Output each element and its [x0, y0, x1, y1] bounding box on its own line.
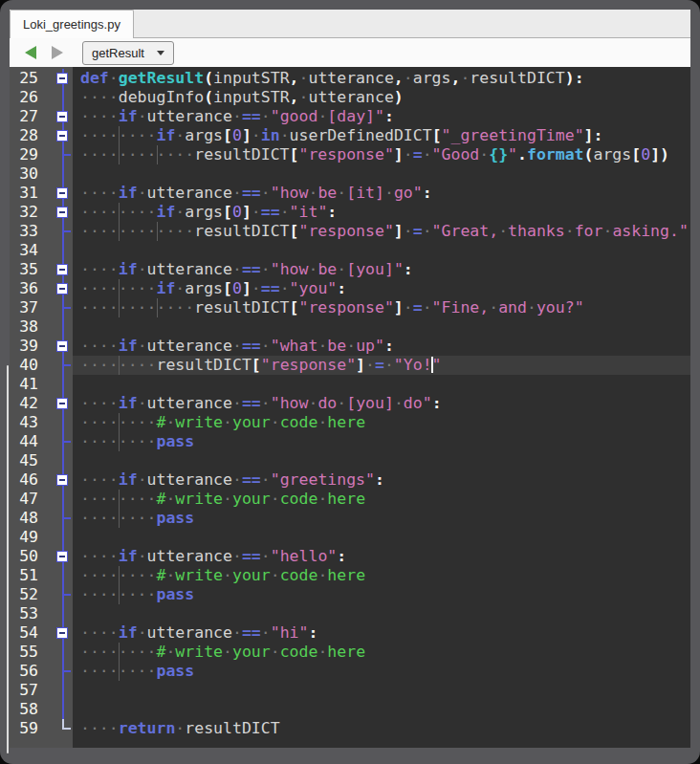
line-number: 27	[10, 107, 48, 126]
code-text[interactable]	[73, 681, 690, 700]
fold-margin	[48, 585, 73, 604]
app-window: Loki_greetings.py getResult 25def·getRes…	[0, 0, 700, 764]
fold-margin	[48, 279, 73, 298]
fold-toggle-icon[interactable]	[56, 340, 68, 352]
line-number: 34	[10, 241, 48, 260]
fold-toggle-icon[interactable]	[56, 551, 68, 562]
line-number: 51	[10, 566, 48, 585]
line-number: 35	[10, 260, 48, 279]
code-text[interactable]: ············resultDICT["response"]·=·"Gr…	[73, 222, 690, 241]
code-line: 36········if·args[0]·==·"you":	[10, 279, 690, 298]
code-text[interactable]	[73, 528, 690, 547]
code-text[interactable]: ····if·utterance·==·"hello":	[73, 547, 690, 566]
chevron-down-icon	[157, 51, 164, 55]
fold-end-marker	[62, 517, 71, 519]
code-text[interactable]: ········if·args[0]·==·"it":	[73, 203, 690, 222]
code-editor[interactable]: 25def·getResult(inputSTR,·utterance,·arg…	[10, 67, 690, 748]
code-text[interactable]: ········if·args[0]·==·"you":	[73, 279, 690, 298]
fold-margin	[48, 509, 73, 528]
code-line: 28········if·args[0]·in·userDefinedDICT[…	[10, 126, 690, 145]
fold-margin	[48, 317, 73, 337]
code-line: 54····if·utterance·==·"hi":	[10, 623, 690, 643]
code-text[interactable]: ····if·utterance·==·"greetings":	[73, 470, 690, 490]
fold-toggle-icon[interactable]	[56, 398, 68, 409]
scrollbar-thumb[interactable]	[7, 365, 9, 753]
code-line: 50····if·utterance·==·"hello":	[10, 547, 690, 566]
line-number: 29	[10, 145, 48, 164]
code-text[interactable]: ····debugInfo(inputSTR,·utterance)	[73, 88, 690, 107]
line-number: 59	[10, 719, 48, 738]
fold-margin	[48, 604, 73, 623]
fold-toggle-icon[interactable]	[56, 187, 68, 199]
fold-toggle-icon[interactable]	[56, 130, 68, 142]
code-text[interactable]	[73, 604, 690, 623]
fold-margin	[48, 88, 73, 107]
line-number: 44	[10, 432, 48, 451]
code-line: 42····if·utterance·==·"how·do·[you]·do":	[10, 394, 690, 413]
code-text[interactable]: ········pass	[73, 662, 690, 681]
line-number: 56	[10, 662, 48, 681]
fold-margin	[48, 547, 73, 566]
code-line: 56········pass	[10, 662, 690, 681]
code-text[interactable]	[73, 451, 690, 470]
code-text[interactable]	[73, 317, 690, 337]
line-number: 25	[10, 69, 48, 88]
line-number: 43	[10, 413, 48, 432]
code-text[interactable]: ········resultDICT["response"]·=·"Yo!"	[73, 356, 690, 375]
code-line: 49	[10, 528, 690, 547]
code-text[interactable]: ····if·utterance·==·"how·be·[it]·go":	[73, 184, 690, 203]
code-text[interactable]: ········#·write·your·code·here	[73, 643, 690, 662]
code-text[interactable]: ············resultDICT["response"]·=·"Fi…	[73, 298, 690, 317]
fold-toggle-icon[interactable]	[56, 111, 68, 122]
fold-toggle-icon[interactable]	[56, 283, 68, 295]
code-line: 40········resultDICT["response"]·=·"Yo!"	[10, 356, 690, 375]
code-text[interactable]: ····return·resultDICT	[73, 719, 690, 738]
code-text[interactable]: ········#·write·your·code·here	[73, 490, 690, 509]
forward-arrow-icon	[52, 46, 63, 59]
code-text[interactable]: ········pass	[73, 509, 690, 528]
indent-guide	[119, 279, 120, 298]
fold-toggle-icon[interactable]	[56, 73, 68, 84]
code-text[interactable]: ········#·write·your·code·here	[73, 413, 690, 432]
code-line: 27····if·utterance·==·"good·[day]":	[10, 107, 690, 126]
code-text[interactable]: def·getResult(inputSTR,·utterance,·args,…	[73, 69, 690, 88]
fold-toggle-icon[interactable]	[56, 207, 68, 218]
forward-button[interactable]	[46, 41, 69, 64]
code-text[interactable]: ····if·utterance·==·"what·be·up":	[73, 337, 690, 356]
code-text[interactable]: ············resultDICT["response"]·=·"Go…	[73, 145, 690, 164]
fold-margin	[48, 643, 73, 662]
code-text[interactable]	[73, 164, 690, 184]
code-text[interactable]: ····if·utterance·==·"how·do·[you]·do":	[73, 394, 690, 413]
fold-toggle-icon[interactable]	[56, 627, 68, 639]
fold-toggle-icon[interactable]	[56, 264, 68, 275]
line-number: 45	[10, 451, 48, 470]
line-number: 47	[10, 490, 48, 509]
tab-loki-greetings[interactable]: Loki_greetings.py	[10, 10, 134, 38]
code-text[interactable]: ········#·write·your·code·here	[73, 566, 690, 585]
back-button[interactable]	[19, 41, 42, 64]
code-text[interactable]: ····if·utterance·==·"good·[day]":	[73, 107, 690, 126]
fold-margin	[48, 470, 73, 490]
code-text[interactable]: ····if·utterance·==·"how·be·[you]":	[73, 260, 690, 279]
code-text[interactable]: ········pass	[73, 432, 690, 451]
code-text[interactable]: ········pass	[73, 585, 690, 604]
line-number: 42	[10, 394, 48, 413]
code-text[interactable]	[73, 700, 690, 719]
code-text[interactable]: ····if·utterance·==·"hi":	[73, 623, 690, 643]
fold-margin	[48, 700, 73, 719]
fold-toggle-icon[interactable]	[56, 474, 68, 486]
code-line: 44········pass	[10, 432, 690, 451]
fold-margin	[48, 681, 73, 700]
fold-end-marker	[62, 154, 71, 156]
fold-margin	[48, 394, 73, 413]
code-text[interactable]: ········if·args[0]·in·userDefinedDICT["_…	[73, 126, 690, 145]
indent-guide	[119, 585, 120, 604]
code-text[interactable]	[73, 241, 690, 260]
fold-margin	[48, 719, 73, 738]
code-line: 25def·getResult(inputSTR,·utterance,·arg…	[10, 69, 690, 88]
function-selector-value: getResult	[92, 46, 144, 60]
code-text[interactable]	[73, 375, 690, 394]
fold-margin	[48, 432, 73, 451]
code-line: 43········#·write·your·code·here	[10, 413, 690, 432]
function-selector-dropdown[interactable]: getResult	[82, 41, 174, 65]
